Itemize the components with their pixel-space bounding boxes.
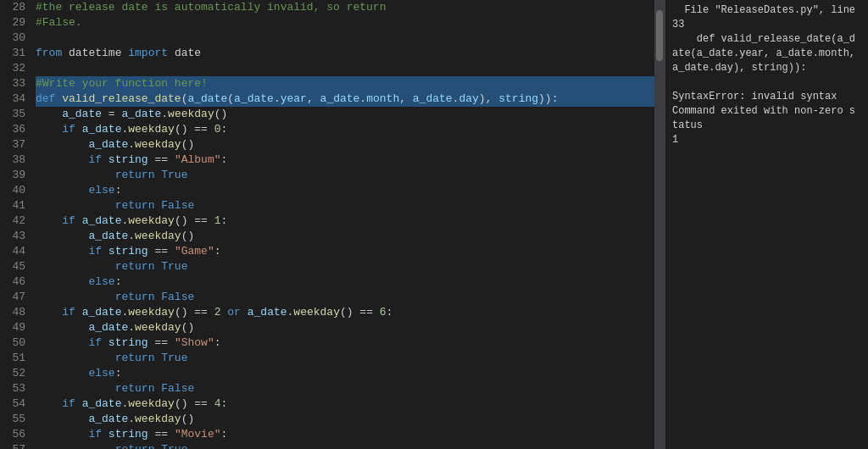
code-line: if a_date.weekday() == 0:: [36, 122, 654, 137]
code-line: #Write your function here!: [36, 76, 654, 91]
code-line: else:: [36, 274, 654, 290]
code-area: 2829303132333435363738394041424344454647…: [0, 0, 665, 449]
line-number: 54: [7, 396, 25, 412]
line-number: 49: [7, 320, 25, 335]
line-number: 44: [7, 244, 25, 259]
code-line: a_date.weekday(): [36, 137, 654, 152]
code-line: from datetime import date: [36, 46, 654, 61]
line-number: 32: [7, 61, 25, 76]
line-number: 46: [7, 274, 25, 290]
code-line: if string == "Game":: [36, 244, 654, 259]
vertical-scrollbar[interactable]: [654, 0, 665, 449]
line-number: 38: [7, 152, 25, 168]
code-line: else:: [36, 366, 654, 381]
line-number: 40: [7, 183, 25, 198]
code-line: return False: [36, 198, 654, 213]
line-number: 37: [7, 137, 25, 152]
code-line: if string == "Album":: [36, 152, 654, 168]
code-line: #the release date is automatically inval…: [36, 0, 654, 15]
code-line: a_date.weekday(): [36, 320, 654, 335]
scrollbar-thumb[interactable]: [656, 10, 663, 61]
output-text: File "ReleaseDates.py", line 33 def vali…: [672, 3, 861, 147]
line-number: 45: [7, 259, 25, 274]
line-number: 43: [7, 229, 25, 244]
code-line: return True: [36, 168, 654, 183]
line-numbers: 2829303132333435363738394041424344454647…: [0, 0, 32, 449]
line-number: 48: [7, 305, 25, 320]
line-number: 31: [7, 46, 25, 61]
code-line: return True: [36, 351, 654, 366]
code-line: if a_date.weekday() == 2 or a_date.weekd…: [36, 305, 654, 320]
code-line: [36, 61, 654, 76]
code-line: if string == "Show":: [36, 335, 654, 351]
editor-panel: 2829303132333435363738394041424344454647…: [0, 0, 665, 449]
code-line: a_date.weekday(): [36, 229, 654, 244]
code-content[interactable]: #the release date is automatically inval…: [32, 0, 654, 449]
line-number: 33: [7, 76, 25, 91]
code-line: else:: [36, 183, 654, 198]
line-number: 39: [7, 168, 25, 183]
code-line: return True: [36, 259, 654, 274]
line-number: 35: [7, 107, 25, 122]
line-number: 42: [7, 213, 25, 229]
code-line: if a_date.weekday() == 4:: [36, 396, 654, 412]
line-number: 30: [7, 30, 25, 46]
code-line: return False: [36, 290, 654, 305]
line-number: 56: [7, 427, 25, 442]
code-line: a_date.weekday(): [36, 412, 654, 427]
code-line: return True: [36, 442, 654, 449]
line-number: 57: [7, 442, 25, 449]
code-line: [36, 30, 654, 46]
code-line: if a_date.weekday() == 1:: [36, 213, 654, 229]
line-number: 52: [7, 366, 25, 381]
code-line: return False: [36, 381, 654, 396]
code-line: def valid_release_date(a_date(a_date.yea…: [36, 91, 654, 107]
line-number: 28: [7, 0, 25, 15]
line-number: 50: [7, 335, 25, 351]
line-number: 55: [7, 412, 25, 427]
code-line: #False.: [36, 15, 654, 30]
code-line: if string == "Movie":: [36, 427, 654, 442]
line-number: 51: [7, 351, 25, 366]
line-number: 53: [7, 381, 25, 396]
line-number: 29: [7, 15, 25, 30]
line-number: 41: [7, 198, 25, 213]
code-line: a_date = a_date.weekday(): [36, 107, 654, 122]
line-number: 34: [7, 91, 25, 107]
output-panel: File "ReleaseDates.py", line 33 def vali…: [665, 0, 868, 449]
line-number: 36: [7, 122, 25, 137]
line-number: 47: [7, 290, 25, 305]
